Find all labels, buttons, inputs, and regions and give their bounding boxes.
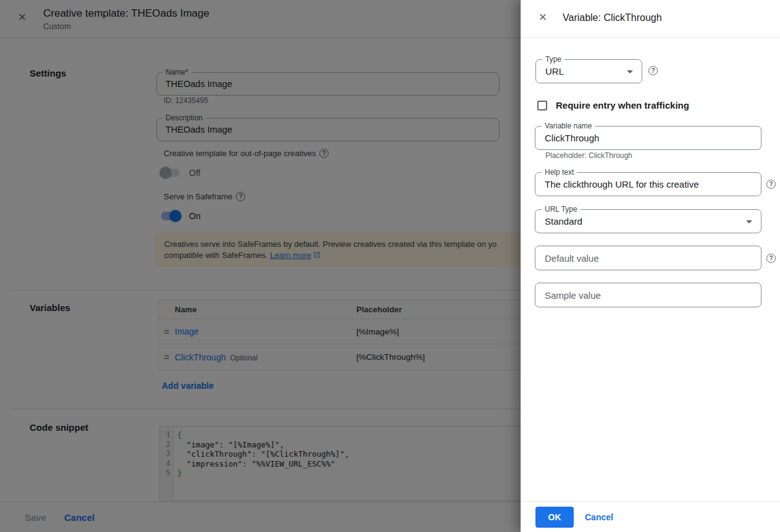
variable-panel: × Variable: ClickThrough Type URL ? Requ… <box>521 0 780 532</box>
variable-name-field[interactable]: Variable name <box>535 126 761 150</box>
help-icon[interactable]: ? <box>648 66 658 75</box>
require-entry-label: Require entry when trafficking <box>556 100 689 110</box>
url-type-select[interactable]: URL Type Standard <box>535 209 761 233</box>
dropdown-arrow-icon <box>627 70 633 73</box>
ok-button[interactable]: OK <box>535 507 574 528</box>
url-type-value: Standard <box>545 210 744 233</box>
screen: × Creative template: THEOads Image Custo… <box>0 0 780 532</box>
help-icon[interactable]: ? <box>766 180 776 189</box>
help-text-field[interactable]: Help text <box>535 172 761 196</box>
type-select-value: URL <box>545 60 624 83</box>
panel-footer: OK Cancel <box>521 501 780 532</box>
default-value-input[interactable] <box>545 246 744 270</box>
panel-title: Variable: ClickThrough <box>563 12 662 23</box>
type-select[interactable]: Type URL <box>535 59 642 83</box>
sample-value-field[interactable] <box>535 283 761 307</box>
panel-header: × Variable: ClickThrough <box>521 0 780 38</box>
sample-value-input[interactable] <box>545 283 744 307</box>
close-icon[interactable]: × <box>535 10 550 25</box>
help-icon[interactable]: ? <box>766 254 776 263</box>
require-entry-checkbox[interactable] <box>537 101 547 110</box>
require-entry-row[interactable]: Require entry when trafficking <box>537 100 689 110</box>
variable-name-input[interactable] <box>545 127 744 149</box>
default-value-field[interactable] <box>535 246 761 270</box>
panel-cancel-button[interactable]: Cancel <box>585 502 613 532</box>
placeholder-hint: Placeholder: ClickThrough <box>545 151 632 160</box>
help-text-input[interactable] <box>545 173 744 196</box>
dropdown-arrow-icon <box>746 220 752 223</box>
